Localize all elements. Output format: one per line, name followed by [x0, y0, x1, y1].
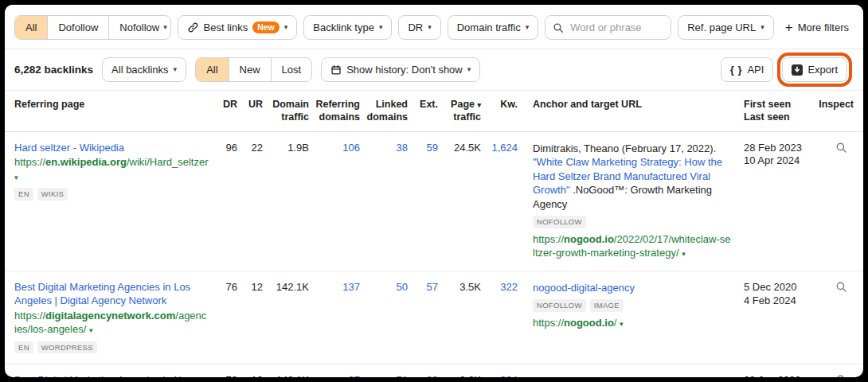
- filter-dofollow[interactable]: Dofollow: [47, 16, 108, 39]
- all-backlinks-dropdown[interactable]: All backlinks ▾: [102, 57, 186, 82]
- kw-link[interactable]: 322: [486, 281, 522, 294]
- toggle-new[interactable]: New: [229, 58, 271, 81]
- col-page-traffic-line2: traffic: [453, 111, 481, 123]
- col-page-traffic[interactable]: Page ▾ traffic: [443, 98, 486, 124]
- show-history-label: Show history: Don't show: [346, 64, 463, 76]
- domain-traffic-filter-button[interactable]: Domain traffic ▾: [448, 15, 539, 40]
- follow-filter-segmented: All Dofollow Nofollow▾: [14, 15, 171, 40]
- col-domain-traffic[interactable]: Domain traffic: [268, 98, 314, 124]
- linked-domains-link[interactable]: 50: [365, 281, 412, 294]
- domain-traffic-value: 142.1K: [268, 281, 314, 294]
- col-anchor[interactable]: Anchor and target URL: [522, 98, 742, 124]
- sort-desc-icon: ▾: [477, 101, 481, 109]
- target-url: https://nogood.io/ ▾: [533, 316, 731, 330]
- col-referring-domains[interactable]: Referring domains: [314, 98, 365, 124]
- col-ur[interactable]: UR: [242, 98, 268, 124]
- anchor-badges: NOFOLLOW IMAGE: [533, 299, 731, 312]
- filter-nofollow[interactable]: Nofollow▾: [108, 16, 170, 39]
- url-scheme: https://: [533, 317, 564, 329]
- domain-traffic-filter-label: Domain traffic: [457, 21, 521, 33]
- inspect-magnifier-icon[interactable]: [835, 281, 847, 293]
- toggle-all-label: All: [206, 58, 217, 81]
- page-badges: EN WIKIS: [14, 188, 209, 201]
- ur-value: 12: [242, 281, 268, 294]
- dr-filter-label: DR: [408, 21, 423, 33]
- filter-all[interactable]: All: [15, 16, 47, 39]
- col-dr[interactable]: DR: [213, 98, 242, 124]
- toggle-all[interactable]: All: [196, 58, 228, 81]
- anchor-text: nogood-digital-agency: [533, 374, 731, 377]
- col-last-seen-label: Last seen: [744, 111, 819, 123]
- seen-dates-cell: 29 Jan 2022 5 Feb 2024: [742, 374, 819, 377]
- col-first-seen-label: First seen: [744, 98, 819, 111]
- backlinks-count: 6,282 backlinks: [14, 64, 93, 76]
- anchor-cell: Dimitrakis, Theano (February 17, 2022). …: [522, 142, 742, 260]
- search-input[interactable]: [569, 21, 663, 34]
- url-dropdown-icon[interactable]: ▾: [14, 173, 18, 181]
- first-seen-value: 28 Feb 2023: [744, 142, 819, 155]
- backlink-type-button[interactable]: Backlink type ▾: [303, 15, 392, 40]
- code-braces-icon: { }: [730, 64, 743, 76]
- url-domain: en.wikipedia.org: [45, 156, 127, 168]
- col-kw[interactable]: Kw.: [486, 98, 522, 124]
- col-referring-page[interactable]: Referring page: [14, 98, 213, 124]
- chevron-down-icon: ▾: [467, 66, 471, 73]
- export-file-icon: [792, 64, 803, 76]
- referring-domains-link[interactable]: 97: [314, 374, 365, 377]
- ref-page-url-button[interactable]: Ref. page URL ▾: [678, 15, 774, 40]
- table-row: Hard seltzer - Wikipedia https://en.wiki…: [5, 132, 863, 271]
- chevron-down-icon: ▾: [760, 24, 764, 31]
- dr-filter-button[interactable]: DR ▾: [398, 15, 440, 40]
- col-page-traffic-line1: Page: [451, 99, 475, 110]
- referring-page-url: https://en.wikipedia.org/wiki/Hard_seltz…: [14, 155, 209, 183]
- linked-domains-link[interactable]: 71: [365, 374, 412, 377]
- seen-dates-cell: 5 Dec 2020 4 Feb 2024: [742, 281, 819, 308]
- anchor-link[interactable]: nogood-digital-agency: [533, 282, 635, 294]
- last-seen-value: 4 Feb 2024: [744, 294, 819, 308]
- referring-page-link[interactable]: Best Digital Marketing Agencies in New Y…: [14, 374, 209, 377]
- col-linked-domains[interactable]: Linked domains: [365, 98, 412, 124]
- linked-domains-link[interactable]: 38: [365, 142, 412, 155]
- col-first-last-seen[interactable]: First seen Last seen: [742, 98, 819, 124]
- first-seen-value: 29 Jan 2022: [744, 374, 819, 377]
- url-dropdown-icon[interactable]: ▾: [89, 326, 93, 334]
- referring-domains-link[interactable]: 137: [314, 281, 365, 294]
- chevron-down-icon: ▾: [526, 24, 530, 31]
- api-button[interactable]: { } API: [721, 57, 774, 82]
- language-badge: EN: [14, 341, 33, 354]
- ext-link[interactable]: 59: [412, 142, 443, 155]
- referring-page-link[interactable]: Hard seltzer - Wikipedia: [14, 142, 209, 155]
- url-path: /: [614, 317, 617, 329]
- chevron-down-icon: ▾: [163, 24, 167, 31]
- more-filters-label: More filters: [798, 21, 849, 33]
- inspect-magnifier-icon[interactable]: [835, 142, 847, 154]
- referring-domains-link[interactable]: 106: [314, 142, 365, 155]
- toggle-lost[interactable]: Lost: [271, 58, 312, 81]
- more-filters-button[interactable]: + More filters: [780, 15, 854, 40]
- referring-page-link[interactable]: Best Digital Marketing Agencies in Los A…: [14, 281, 209, 308]
- chevron-down-icon: ▾: [428, 24, 432, 31]
- export-highlight-box: Export: [782, 57, 847, 82]
- inspect-cell: [819, 142, 854, 154]
- show-history-dropdown[interactable]: Show history: Don't show ▾: [321, 57, 480, 82]
- col-ext[interactable]: Ext.: [412, 98, 443, 124]
- url-dropdown-icon[interactable]: ▾: [620, 320, 624, 328]
- url-scheme: https://: [533, 233, 564, 245]
- url-domain: nogood.io: [564, 317, 614, 329]
- inspect-magnifier-icon[interactable]: [835, 374, 847, 377]
- backlink-type-label: Backlink type: [313, 21, 374, 33]
- kw-link[interactable]: 904: [486, 374, 522, 377]
- url-dropdown-icon[interactable]: ▾: [682, 250, 686, 258]
- ext-link[interactable]: 57: [412, 281, 443, 294]
- page-badges: EN WORDPRESS: [14, 341, 209, 354]
- calendar-icon: [330, 64, 342, 76]
- seen-dates-cell: 28 Feb 2023 10 Apr 2024: [742, 142, 819, 169]
- export-button[interactable]: Export: [782, 57, 847, 82]
- kw-link[interactable]: 1,624: [486, 142, 522, 155]
- target-url: https://nogood.io/2022/02/17/whiteclaw-s…: [533, 232, 731, 260]
- ext-link[interactable]: 83: [412, 374, 443, 377]
- best-links-button[interactable]: Best links New ▾: [178, 15, 298, 40]
- dr-value: 76: [213, 281, 242, 294]
- page-traffic-value: 3.5K: [443, 281, 486, 294]
- anchor-link[interactable]: nogood-digital-agency: [533, 375, 635, 377]
